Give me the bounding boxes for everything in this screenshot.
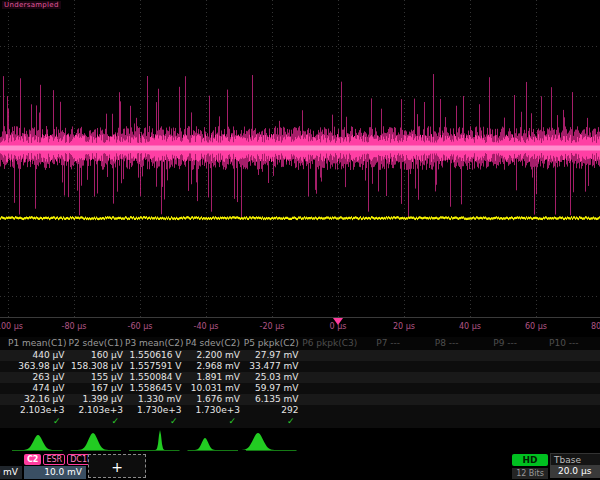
- resolution-bits-label: 12 Bits: [512, 468, 548, 479]
- measurement-value: 32.16 µV: [8, 394, 67, 405]
- measurement-table: P1 mean(C1)P2 sdev(C1)P3 mean(C2)P4 sdev…: [0, 337, 600, 428]
- measurement-value: 2.103e+3: [8, 405, 67, 416]
- measurement-header[interactable]: P2 sdev(C1): [67, 337, 126, 350]
- measurement-value: 1.550084 V: [125, 372, 184, 383]
- time-axis-label: 20 µs: [393, 322, 415, 331]
- time-axis-label: 80 µs: [591, 322, 600, 331]
- histicons-display: [0, 428, 600, 452]
- measurement-value: 292: [242, 405, 301, 416]
- timebase-value: 20.0 µs: [550, 465, 600, 478]
- measurement-value: 440 µV: [8, 350, 67, 361]
- time-axis-label: -20 µs: [260, 322, 285, 331]
- measurement-value: 10.031 mV: [184, 383, 243, 394]
- measurement-header[interactable]: P7 ---: [359, 337, 418, 350]
- measurement-header[interactable]: P3 mean(C2): [125, 337, 184, 350]
- measurement-ok-checkmark-icon: ✓: [67, 416, 126, 428]
- measurement-value: 2.200 mV: [184, 350, 243, 361]
- measurement-value: 2.968 mV: [184, 361, 243, 372]
- measurement-value: 263 µV: [8, 372, 67, 383]
- c2-esr-badge: ESR: [43, 454, 65, 465]
- measurement-header[interactable]: P10 ---: [535, 337, 594, 350]
- measurement-value: 1.558645 V: [125, 383, 184, 394]
- measurement-value: 1.399 µV: [67, 394, 126, 405]
- timebase-descriptor[interactable]: Tbase 20.0 µs: [550, 453, 600, 479]
- oscilloscope-screen: Undersampled -100 µs-80 µs-60 µs-40 µs-2…: [0, 0, 600, 480]
- measurement-header[interactable]: P9 ---: [476, 337, 535, 350]
- measurement-value: 1.330 mV: [125, 394, 184, 405]
- measurement-ok-checkmark-icon: ✓: [184, 416, 243, 428]
- measurement-value: 1.557591 V: [125, 361, 184, 372]
- measurement-value: 6.135 mV: [242, 394, 301, 405]
- measurement-row: 474 µV167 µV1.558645 V10.031 mV59.97 mV: [0, 383, 600, 394]
- measurement-header[interactable]: P11: [593, 337, 600, 350]
- measurement-row: 363.98 µV158.308 µV1.557591 V2.968 mV33.…: [0, 361, 600, 372]
- measurement-row: 2.103e+32.103e+31.730e+31.730e+3292: [0, 405, 600, 416]
- c2-vertical-scale: 10.0 mV: [24, 466, 86, 479]
- measurement-value: 1.550616 V: [125, 350, 184, 361]
- measurement-value: 59.97 mV: [242, 383, 301, 394]
- add-trace-button[interactable]: +: [88, 454, 146, 478]
- channel-c2-descriptor[interactable]: C2 ESR DC1M 10.0 mV: [24, 453, 86, 479]
- measurement-value: 33.477 mV: [242, 361, 301, 372]
- timebase-title: Tbase: [550, 453, 600, 465]
- measurement-value: 474 µV: [8, 383, 67, 394]
- measurement-header[interactable]: P4 sdev(C2): [184, 337, 243, 350]
- time-axis-label: -80 µs: [62, 322, 87, 331]
- channel-c1-descriptor[interactable]: C1 ESR DC1M 10.0 mV: [0, 453, 22, 479]
- measurement-value: 155 µV: [67, 372, 126, 383]
- measurement-header-row: P1 mean(C1)P2 sdev(C1)P3 mean(C2)P4 sdev…: [0, 337, 600, 350]
- measurement-row: 32.16 µV1.399 µV1.330 mV1.676 mV6.135 mV: [0, 394, 600, 405]
- time-axis-label: -100 µs: [0, 322, 23, 331]
- time-axis-label: -40 µs: [194, 322, 219, 331]
- c1-vertical-scale: 10.0 mV: [0, 466, 22, 479]
- measurement-value: 158.308 µV: [67, 361, 126, 372]
- measurement-header[interactable]: P5 pkpk(C2): [242, 337, 301, 350]
- time-axis-label: 40 µs: [459, 322, 481, 331]
- measurement-header[interactable]: P6 pkpk(C3): [301, 337, 360, 350]
- time-axis: -100 µs-80 µs-60 µs-40 µs-20 µs0 µs20 µs…: [0, 317, 600, 337]
- measurement-value: 1.730e+3: [184, 405, 243, 416]
- waveform-grid-display: [0, 0, 600, 317]
- measurement-value: 167 µV: [67, 383, 126, 394]
- measurement-value: 1.676 mV: [184, 394, 243, 405]
- measurement-value: 363.98 µV: [8, 361, 67, 372]
- trigger-position-marker-icon[interactable]: [333, 318, 343, 325]
- measurement-ok-checkmark-icon: ✓: [242, 416, 301, 428]
- hd-mode-badge[interactable]: HD: [512, 454, 548, 466]
- measurement-value: 27.97 mV: [242, 350, 301, 361]
- measurement-ok-checkmark-icon: ✓: [8, 416, 67, 428]
- measurement-row: 440 µV160 µV1.550616 V2.200 mV27.97 mV: [0, 350, 600, 361]
- measurement-value: 1.891 mV: [184, 372, 243, 383]
- measurement-value: 25.03 mV: [242, 372, 301, 383]
- measurement-status-row: ✓✓✓✓✓: [0, 416, 600, 428]
- measurement-value: 2.103e+3: [67, 405, 126, 416]
- c2-chip: C2: [24, 454, 41, 465]
- measurement-header[interactable]: P8 ---: [418, 337, 477, 350]
- measurement-ok-checkmark-icon: ✓: [125, 416, 184, 428]
- undersampled-warning: Undersampled: [2, 1, 61, 9]
- time-axis-label: 60 µs: [525, 322, 547, 331]
- measurement-row: 263 µV155 µV1.550084 V1.891 mV25.03 mV: [0, 372, 600, 383]
- bottom-toolbar: C1 ESR DC1M 10.0 mV C2 ESR DC1M 10.0 mV …: [0, 452, 600, 480]
- measurement-header[interactable]: P1 mean(C1): [8, 337, 67, 350]
- measurement-value: 160 µV: [67, 350, 126, 361]
- measurement-value: 1.730e+3: [125, 405, 184, 416]
- time-axis-label: -60 µs: [128, 322, 153, 331]
